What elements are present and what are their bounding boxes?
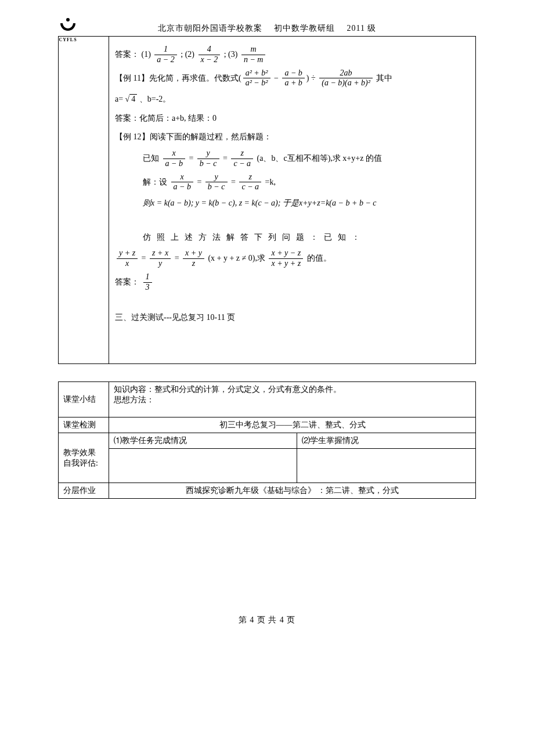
ex11-cond-a: a=	[115, 95, 125, 103]
ex12s-f1d: a − b	[171, 182, 193, 192]
q4n: x + y − z	[269, 249, 303, 259]
answer-prefix: 答案：	[115, 50, 139, 59]
row-summary-content: 知识内容：整式和分式的计算，分式定义，分式有意义的条件。 思想方法：	[109, 382, 476, 417]
ex11-c-num: 2ab	[319, 69, 373, 79]
eval-col2-blank	[297, 449, 475, 483]
ex12-given-pre: 已知	[143, 153, 159, 162]
ex12s-f3n: z	[239, 172, 261, 183]
ex12s-f2d: b − c	[205, 182, 228, 192]
content-table-1: 答案： (1) 1a − 2 ; (2) 4x − 2 ; (3) mn − m…	[58, 36, 476, 364]
row-test-content: 初三中考总复习——第二讲、整式、分式	[109, 417, 476, 433]
ex12-f1d: a − b	[163, 159, 185, 169]
ex12-given: 已知 xa − b = yb − c = zc − a (a、b、c互相不相等)…	[143, 149, 470, 169]
ex11-b-num: a − b	[282, 69, 304, 79]
ex12-ans-pre: 答案：	[115, 277, 139, 286]
ex12-k: =k,	[265, 177, 276, 186]
eq-4: =	[231, 177, 236, 186]
ex11-minus: −	[274, 73, 279, 82]
ex12-label: 【例 12】	[115, 132, 150, 141]
ans2-den: x − 2	[199, 55, 221, 65]
ans3-den: n − m	[241, 55, 266, 65]
ex12-follow-text: 仿照上述方法解答下列问题：已知：	[143, 233, 366, 242]
ex11-a-num: a² + b²	[243, 69, 270, 79]
page-footer: 第 4 页 共 4 页	[58, 615, 476, 625]
section-3: 三、过关测试---见总复习 10-11 页	[115, 310, 470, 326]
ex12-f2d: b − c	[197, 159, 219, 169]
ex12-given-post: (a、b、c互相不相等),求 x+y+z 的值	[257, 153, 382, 162]
ex12s-f2n: y	[205, 172, 228, 183]
eval-col1-header: ⑴教学任务完成情况	[109, 433, 297, 449]
eval-col1-blank	[109, 449, 297, 483]
q1d: x	[117, 259, 138, 269]
ex11-b-den: a + b	[282, 78, 304, 88]
ex12-follow: 仿照上述方法解答下列问题：已知：	[143, 230, 470, 246]
ex12-sol2: 则x = k(a − b); y = k(b − c), z = k(c − a…	[143, 196, 470, 211]
ans1-den: a − 2	[154, 55, 176, 65]
row-homework-label: 分层作业	[59, 483, 109, 499]
example-12: 【例 12】阅读下面的解题过程，然后解题：	[115, 129, 470, 145]
ans2-label: ; (2)	[181, 50, 194, 59]
header-dept: 初中数学教研组	[274, 24, 335, 33]
q3n: x + y	[183, 249, 204, 259]
q3d: z	[183, 259, 204, 269]
ex12-f3d: c − a	[231, 159, 253, 169]
content-table-2: 课堂小结 知识内容：整式和分式的计算，分式定义，分式有意义的条件。 思想方法： …	[58, 381, 476, 499]
eq-2: =	[223, 153, 228, 162]
ex12-ans-den: 3	[143, 283, 152, 293]
ans1-num: 1	[154, 45, 176, 55]
ex11-sqrt: 4	[129, 94, 137, 103]
q2n: z + x	[150, 249, 171, 259]
ex11-a-den: a² − b²	[243, 78, 270, 88]
ex11-text1: 先化简，再求值。代数式	[149, 73, 239, 82]
ex12-f2n: y	[197, 149, 219, 159]
ex11-div: ÷	[311, 73, 316, 82]
q4d: x + y + z	[269, 259, 303, 269]
svg-point-0	[66, 18, 70, 21]
row-eval-label: 教学效果 自我评估:	[59, 433, 109, 483]
ex12s-f1n: x	[171, 172, 193, 183]
eq-1: =	[189, 153, 193, 162]
ex12-question: y + zx = z + xy = x + yz (x + y + z ≠ 0)…	[115, 249, 470, 269]
ans3-num: m	[241, 45, 266, 55]
eval-col2-header: ⑵学生掌握情况	[297, 433, 475, 449]
summary-line1: 知识内容：整式和分式的计算，分式定义，分式有意义的条件。	[114, 384, 471, 395]
ex12-ans-num: 1	[143, 272, 152, 283]
q1n: y + z	[117, 249, 138, 259]
example-11: 【例 11】先化简，再求值。代数式(a² + b²a² − b² − a − b…	[115, 69, 470, 89]
ex11-label: 【例 11】	[115, 73, 149, 82]
ex12-sol1-pre: 解：设	[143, 177, 167, 186]
ans2-num: 4	[199, 45, 221, 55]
eq-6: =	[175, 254, 179, 262]
ex12s-f3d: c − a	[239, 182, 261, 192]
ex11-cond-b: 、b=-2。	[139, 95, 171, 103]
row-homework-content: 西城探究诊断九年级《基础与综合》 ：第二讲、整式，分式	[109, 483, 476, 499]
row-summary-label: 课堂小结	[59, 382, 109, 417]
ex12-f3n: z	[231, 149, 253, 159]
eq-5: =	[142, 254, 146, 262]
ex12-f1n: x	[163, 149, 185, 159]
ans3-label: ; (3)	[224, 50, 238, 59]
ex12-end: 的值。	[307, 254, 331, 262]
cond-neq: (x + y + z ≠ 0),求	[208, 254, 265, 262]
logo-text: CYFLS	[58, 37, 78, 42]
row-label-empty	[59, 37, 109, 364]
ans1-label: (1)	[142, 50, 151, 59]
ex12-answer: 答案： 13	[115, 272, 470, 293]
ex12-text: 阅读下面的解题过程，然后解题：	[150, 132, 272, 141]
ex11-text2: 其中	[376, 73, 392, 82]
ex11-c-den: (a − b)(a + b)²	[319, 78, 373, 88]
header-school: 北京市朝阳外国语学校教案	[158, 24, 262, 33]
content-body: 答案： (1) 1a − 2 ; (2) 4x − 2 ; (3) mn − m…	[109, 37, 476, 364]
ex11-answer: 答案：化简后：a+b, 结果：0	[115, 111, 470, 127]
q2d: y	[150, 259, 171, 269]
summary-line2: 思想方法：	[114, 395, 471, 405]
ex12-sol1: 解：设 xa − b = yb − c = zc − a =k,	[143, 172, 470, 193]
row-test-label: 课堂检测	[59, 417, 109, 433]
page-header: 北京市朝阳外国语学校教案 初中数学教研组 2011 级	[58, 23, 476, 34]
ex11-cond: a= √4 、b=-2。	[115, 92, 470, 107]
answer-line-1: 答案： (1) 1a − 2 ; (2) 4x − 2 ; (3) mn − m	[115, 45, 470, 65]
header-year: 2011 级	[347, 24, 377, 33]
eq-3: =	[197, 177, 201, 186]
